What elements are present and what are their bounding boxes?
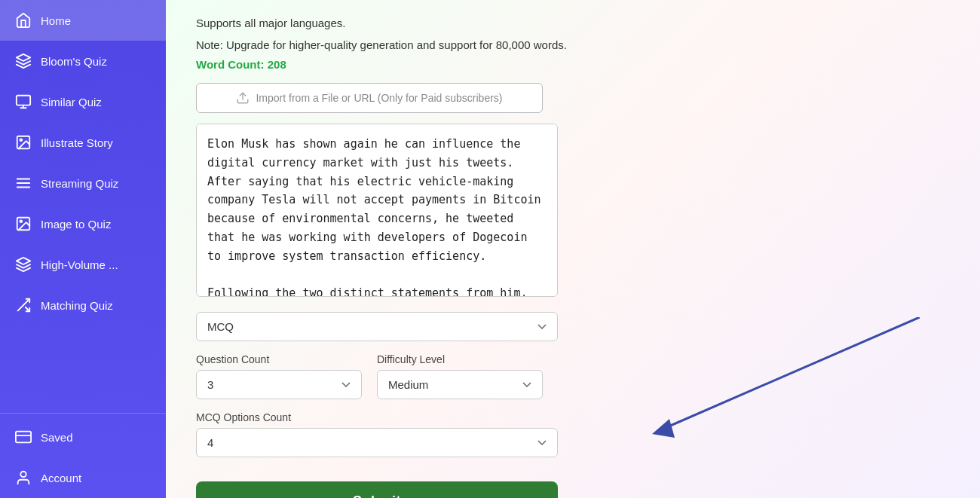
- submit-label: Submit: [353, 493, 401, 498]
- svg-marker-0: [17, 54, 30, 61]
- difficulty-label: Difficulty Level: [377, 353, 543, 365]
- question-difficulty-row: Question Count 1 2 3 4 5 10 Difficulty L…: [196, 353, 950, 399]
- mcq-options-select[interactable]: 2 3 4 5: [196, 428, 558, 457]
- sidebar-item-home[interactable]: Home: [0, 0, 166, 41]
- sidebar-item-high-volume[interactable]: High-Volume ...: [0, 244, 166, 285]
- story-textarea[interactable]: Elon Musk has shown again he can influen…: [196, 124, 558, 297]
- difficulty-group: Difficulty Level Easy Medium Hard: [377, 353, 543, 399]
- svg-rect-14: [16, 432, 31, 443]
- sidebar-item-image-quiz-label: Image to Quiz: [41, 218, 111, 231]
- sidebar-item-matching-label: Matching Quiz: [41, 299, 113, 312]
- svg-rect-1: [17, 96, 30, 105]
- sidebar-item-home-label: Home: [41, 14, 71, 27]
- quiz-type-select[interactable]: MCQ True/False Fill in the Blank: [196, 312, 558, 341]
- monitor-icon: [15, 93, 32, 110]
- credit-card-icon: [15, 429, 32, 445]
- svg-point-5: [20, 139, 22, 141]
- layers2-icon: [15, 256, 32, 273]
- sidebar-item-blooms-label: Bloom's Quiz: [41, 55, 107, 68]
- svg-marker-11: [17, 258, 30, 264]
- submit-button[interactable]: Submit: [196, 481, 558, 498]
- sidebar-item-saved[interactable]: Saved: [0, 417, 166, 457]
- mcq-options-section: MCQ Options Count 2 3 4 5: [196, 411, 950, 469]
- upgrade-note-text: Note: Upgrade for higher-quality generat…: [196, 37, 950, 54]
- image-icon: [15, 134, 32, 151]
- sidebar-item-high-volume-label: High-Volume ...: [41, 258, 118, 271]
- svg-point-10: [20, 220, 22, 222]
- question-count-group: Question Count 1 2 3 4 5 10: [196, 353, 362, 399]
- question-count-label: Question Count: [196, 353, 362, 365]
- sidebar-item-streaming-label: Streaming Quiz: [41, 177, 118, 190]
- menu-icon: [15, 175, 32, 191]
- image2-icon: [15, 215, 32, 232]
- upload-icon: [236, 91, 250, 105]
- sidebar-item-illustrate-label: Illustrate Story: [41, 136, 113, 149]
- user-icon: [15, 469, 32, 486]
- sidebar-item-similar-label: Similar Quiz: [41, 96, 102, 108]
- sidebar: Home Bloom's Quiz Similar Quiz Illustrat…: [0, 0, 166, 498]
- home-icon: [15, 12, 32, 29]
- layers-icon: [15, 53, 32, 69]
- sidebar-item-image-to-quiz[interactable]: Image to Quiz: [0, 203, 166, 244]
- import-button[interactable]: Import from a File or URL (Only for Paid…: [196, 83, 543, 113]
- main-content: Supports all major languages. Note: Upgr…: [166, 0, 980, 498]
- mcq-options-label: MCQ Options Count: [196, 411, 950, 423]
- textarea-container: Elon Musk has shown again he can influen…: [196, 124, 558, 300]
- supports-languages-text: Supports all major languages.: [196, 15, 950, 32]
- sidebar-item-account-label: Account: [41, 472, 81, 484]
- sidebar-item-matching-quiz[interactable]: Matching Quiz: [0, 285, 166, 325]
- sidebar-item-account[interactable]: Account: [0, 457, 166, 498]
- word-count-badge: Word Count: 208: [196, 58, 950, 71]
- sidebar-item-similar-quiz[interactable]: Similar Quiz: [0, 81, 166, 122]
- difficulty-select[interactable]: Easy Medium Hard: [377, 370, 543, 399]
- import-button-label: Import from a File or URL (Only for Paid…: [256, 92, 502, 104]
- sidebar-item-streaming-quiz[interactable]: Streaming Quiz: [0, 163, 166, 203]
- sidebar-item-blooms-quiz[interactable]: Bloom's Quiz: [0, 41, 166, 81]
- sidebar-item-saved-label: Saved: [41, 431, 73, 444]
- question-count-select[interactable]: 1 2 3 4 5 10: [196, 370, 362, 399]
- sidebar-item-illustrate-story[interactable]: Illustrate Story: [0, 122, 166, 163]
- svg-point-16: [20, 472, 26, 477]
- shuffle-icon: [15, 297, 32, 313]
